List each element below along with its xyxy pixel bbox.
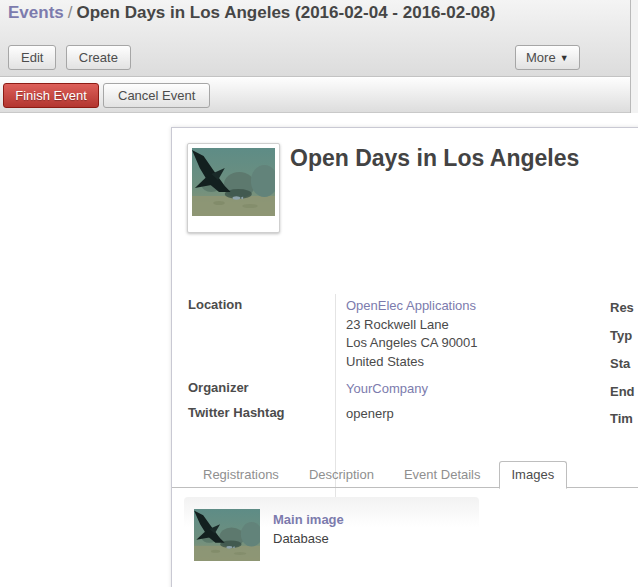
field-label-twitter-hashtag: Twitter Hashtag bbox=[188, 405, 285, 420]
window-edge-margin bbox=[631, 0, 638, 113]
finish-event-button[interactable]: Finish Event bbox=[3, 83, 99, 108]
more-button-label: More bbox=[526, 50, 556, 65]
form-toolbar: Edit Create bbox=[8, 45, 136, 70]
tab-description[interactable]: Description bbox=[297, 462, 386, 488]
form-sheet: Open Days in Los Angeles Location OpenEl… bbox=[171, 127, 638, 587]
tab-registrations[interactable]: Registrations bbox=[191, 462, 291, 488]
location-city: Los Angeles CA 90001 bbox=[346, 335, 478, 350]
event-image[interactable] bbox=[187, 143, 280, 233]
status-bar: Finish Event Cancel Event bbox=[0, 78, 630, 113]
twitter-hashtag-value: openerp bbox=[346, 406, 394, 421]
kanban-item-subtitle: Database bbox=[273, 531, 329, 546]
underwater-scene-illustration bbox=[192, 148, 275, 216]
field-label-organizer: Organizer bbox=[188, 380, 249, 395]
location-link[interactable]: OpenElec Applications bbox=[346, 298, 476, 313]
edit-button[interactable]: Edit bbox=[8, 45, 56, 70]
organizer-link[interactable]: YourCompany bbox=[346, 381, 428, 396]
breadcrumb-separator: / bbox=[64, 3, 77, 22]
breadcrumb: Events/Open Days in Los Angeles (2016-02… bbox=[8, 3, 495, 23]
field-label-location: Location bbox=[188, 297, 242, 312]
field-label-start-clipped: Sta bbox=[610, 356, 630, 371]
caret-down-icon: ▼ bbox=[560, 53, 569, 63]
kanban-thumbnail[interactable] bbox=[194, 509, 260, 566]
field-label-type-clipped: Typ bbox=[610, 328, 632, 343]
underwater-scene-illustration bbox=[194, 509, 260, 561]
location-street: 23 Rockwell Lane bbox=[346, 317, 449, 332]
location-country: United States bbox=[346, 354, 424, 369]
tab-images[interactable]: Images bbox=[499, 461, 568, 489]
field-label-responsible-clipped: Res bbox=[610, 300, 634, 315]
notebook-tab-bar: Registrations Description Event Details … bbox=[172, 462, 638, 488]
event-title: Open Days in Los Angeles bbox=[290, 145, 579, 172]
more-button[interactable]: More▼ bbox=[515, 45, 580, 70]
kanban-item-title[interactable]: Main image bbox=[273, 512, 344, 527]
top-header-bar: Events/Open Days in Los Angeles (2016-02… bbox=[0, 0, 630, 77]
create-button[interactable]: Create bbox=[66, 45, 131, 70]
field-label-timezone-clipped: Tim bbox=[610, 411, 633, 426]
tab-event-details[interactable]: Event Details bbox=[392, 462, 493, 488]
breadcrumb-current-title: Open Days in Los Angeles (2016-02-04 - 2… bbox=[76, 3, 495, 22]
field-label-end-clipped: End bbox=[610, 384, 635, 399]
breadcrumb-events-link[interactable]: Events bbox=[8, 3, 64, 22]
cancel-event-button[interactable]: Cancel Event bbox=[103, 83, 210, 108]
